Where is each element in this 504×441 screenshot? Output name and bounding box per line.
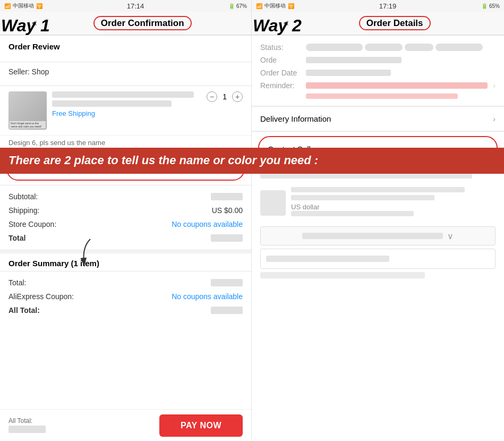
reminder-chevron-icon: › (493, 81, 496, 90)
way1-label: Way 1 (1, 16, 50, 36)
red-banner: There are 2 place to tell us the name or… (0, 148, 504, 174)
delivery-label: Delivery Information (260, 114, 493, 123)
pay-all-total-value (8, 426, 46, 433)
shipping-value: US $0.00 (212, 206, 243, 215)
quantity-control: − 1 + (207, 91, 243, 102)
left-carrier: 📶 中国移动 🛜 (4, 2, 42, 10)
payment-item-lines: US dollar (291, 187, 496, 219)
payment-method-blurred (302, 233, 443, 239)
os-coupon-label: AliExpress Coupon: (8, 292, 74, 301)
right-battery-icon: 🔋 (481, 3, 488, 9)
coupon-row: Store Coupon: No coupons available (8, 217, 243, 231)
delivery-info-row[interactable]: Delivery Information › (252, 106, 504, 131)
pay-now-button[interactable]: PAY NOW (159, 414, 243, 437)
right-signal-icon: 📶 (256, 3, 262, 9)
order-summary-section: Total: AliExpress Coupon: No coupons ava… (0, 272, 251, 321)
order-date-label: Order Date (260, 69, 303, 77)
payment-line1 (291, 187, 465, 192)
order-review-section: Order Review (0, 36, 251, 62)
quantity-decrease-button[interactable]: − (207, 91, 217, 102)
left-time: 17:14 (127, 2, 144, 10)
thick-divider (0, 249, 251, 253)
summary-section: Subtotal: Shipping: US $0.00 Store Coupo… (0, 185, 251, 249)
right-panel: 📶 中国移动 🛜 17:19 🔋 65% Way 2 < Order Detai… (252, 0, 504, 441)
order-number-blurred (306, 57, 402, 63)
way2-label: Way 2 (253, 16, 302, 36)
os-total-row: Total: (8, 276, 243, 290)
order-review-title: Order Review (8, 42, 243, 51)
coupon-label: Store Coupon: (8, 220, 56, 228)
product-title-blurred (52, 91, 194, 98)
payment-item-thumb (260, 190, 286, 216)
order-details-title: Order Details (359, 16, 431, 30)
wifi-icon: 🛜 (36, 3, 42, 9)
product-image-text: Don't forget send us the name and color … (10, 121, 46, 129)
right-wifi-icon: 🛜 (288, 3, 294, 9)
left-status-bar: 📶 中国移动 🛜 17:14 🔋 67% (0, 0, 251, 12)
dollar-label: US dollar (291, 203, 496, 211)
order-summary-title: Order Summary (1 item) (0, 253, 251, 271)
order-row: Orde (260, 54, 496, 66)
status-row: Status: (260, 41, 496, 54)
os-total-label: Total: (8, 278, 26, 287)
left-battery: 🔋 67% (228, 3, 247, 9)
left-nav-bar: Way 1 < Order Confirmation (0, 12, 251, 35)
left-nav-title: Order Confirmation (40, 18, 245, 29)
os-coupon-value: No coupons available (172, 292, 243, 301)
signal-icon: 📶 (4, 3, 11, 9)
subtotal-label: Subtotal: (8, 192, 38, 201)
battery-icon: 🔋 (228, 3, 235, 9)
right-status-bar: 📶 中国移动 🛜 17:19 🔋 65% (252, 0, 504, 12)
pay-bar-left: All Total: (8, 417, 159, 434)
payment-blurred-bottom (260, 272, 425, 278)
payment-input-row (260, 249, 496, 269)
order-info-section: Status: Orde Order Date Reminder: › (252, 36, 504, 106)
right-carrier: 📶 中国移动 🛜 (256, 2, 294, 10)
product-image: Don't forget send us the name and color … (8, 91, 47, 130)
payment-dropdown-icon: ∨ (447, 231, 454, 241)
reminder-value-blurred (306, 82, 488, 89)
shipping-row: Shipping: US $0.00 (8, 203, 243, 217)
status-label: Status: (260, 43, 303, 52)
seller-row: Seller: Shop (8, 67, 243, 76)
total-label: Total (8, 234, 25, 242)
status-value-blurred (306, 44, 496, 51)
right-battery: 🔋 65% (481, 3, 500, 9)
reminder-line2 (260, 92, 496, 100)
seller-section: Seller: Shop (0, 62, 251, 86)
right-time: 17:19 (379, 2, 397, 10)
os-all-total-value (211, 307, 243, 314)
right-nav-bar: Way 2 < Order Details (252, 12, 504, 35)
order-date-blurred (306, 70, 391, 76)
banner-text: There are 2 place to tell us the name or… (8, 154, 318, 167)
right-nav-title: Order Details (292, 18, 498, 29)
coupon-value: No coupons available (172, 220, 243, 228)
os-all-total-label: All Total: (8, 306, 40, 315)
payment-line3 (291, 211, 414, 216)
seller-name: Shop (32, 67, 49, 76)
subtotal-row: Subtotal: (8, 190, 243, 203)
os-coupon-row: AliExpress Coupon: No coupons available (8, 290, 243, 303)
reminder-label: Reminder: (260, 81, 303, 90)
product-variant-blurred (52, 100, 172, 107)
product-row: Don't forget send us the name and color … (0, 86, 251, 135)
delivery-chevron-icon: › (493, 115, 496, 123)
order-label: Orde (260, 56, 303, 64)
right-divider3 (252, 131, 504, 132)
os-total-value (211, 279, 243, 286)
payment-method-select[interactable]: ∨ (260, 226, 496, 245)
free-shipping-label: Free Shipping (52, 109, 201, 117)
payment-input-blurred (266, 256, 389, 262)
reminder-line2-blurred (306, 94, 458, 99)
seller-label: Seller: (8, 67, 30, 76)
payment-section: US dollar ∨ (252, 167, 504, 284)
total-row: Total (8, 231, 243, 245)
subtotal-value (211, 193, 243, 200)
pay-all-total-label: All Total: (8, 417, 159, 425)
payment-line2 (291, 195, 434, 200)
total-value (211, 234, 243, 242)
reminder-row: Reminder: › (260, 79, 496, 92)
product-details: Free Shipping (52, 91, 201, 117)
quantity-increase-button[interactable]: + (232, 91, 243, 102)
pay-now-bar: All Total: PAY NOW (0, 409, 251, 441)
